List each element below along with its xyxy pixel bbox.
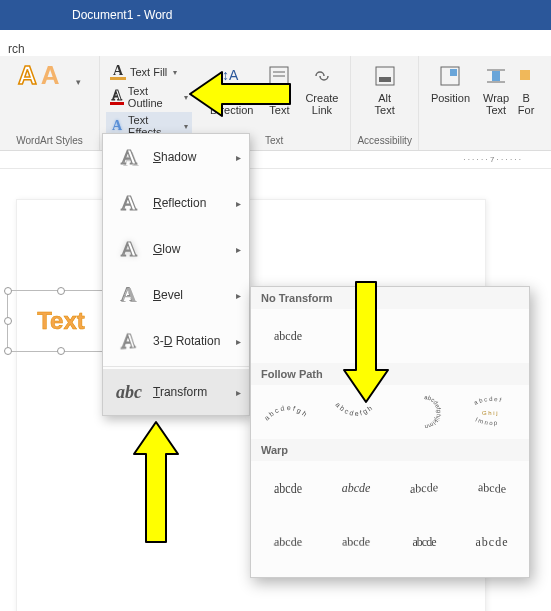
chevron-right-icon: ▸	[236, 336, 241, 347]
annotation-arrow	[186, 66, 296, 126]
resize-handle[interactable]	[57, 347, 65, 355]
svg-marker-18	[190, 72, 290, 116]
fx-label: Transform	[153, 385, 207, 399]
resize-handle[interactable]	[57, 287, 65, 295]
fx-item-glow[interactable]: A Glow ▸	[103, 226, 249, 272]
transform-option-warp-3[interactable]: abcde	[399, 467, 449, 508]
resize-handle[interactable]	[4, 347, 12, 355]
wordart-gallery[interactable]: AA ▾	[6, 60, 93, 91]
group-accessibility: Alt Text Accessibility	[351, 56, 418, 150]
fx-item-reflection[interactable]: A Reflection ▸	[103, 180, 249, 226]
text-fill-button[interactable]: A Text Fill ▾	[106, 62, 192, 82]
transform-option-warp-4[interactable]: abcde	[467, 467, 517, 508]
wordart-textbox[interactable]: Text	[7, 290, 115, 352]
text-outline-icon: A	[110, 89, 124, 105]
tab-fragment: rch	[8, 42, 25, 56]
fx-label: Shadow	[153, 150, 196, 164]
fx-item-shadow[interactable]: A Shadow ▸	[103, 134, 249, 180]
group-label-accessibility: Accessibility	[357, 133, 411, 148]
chevron-right-icon: ▸	[236, 152, 241, 163]
shadow-icon: A	[115, 143, 143, 171]
ruler: · · · · · · 7 · · · · · ·	[0, 151, 551, 169]
gallery-header-warp: Warp	[251, 439, 529, 461]
annotation-arrow	[338, 278, 394, 410]
chevron-down-icon: ▾	[173, 68, 177, 77]
alt-text-icon	[371, 62, 399, 90]
transform-option-none[interactable]: abcde	[263, 317, 313, 355]
fx-label: 3-D Rotation	[153, 334, 220, 348]
svg-rect-4	[376, 67, 394, 85]
svg-text:abcdefghijklmn: abcdefghijklmn	[424, 394, 442, 430]
fx-item-bevel[interactable]: A Bevel ▸	[103, 272, 249, 318]
transform-option-warp-6[interactable]: abcde	[328, 522, 384, 558]
bring-forward-button[interactable]: B For	[516, 60, 536, 118]
chevron-right-icon: ▸	[236, 290, 241, 301]
wordart-text: Text	[37, 307, 85, 335]
create-link-label: Create Link	[305, 92, 338, 116]
wrap-text-label: Wrap Text	[483, 92, 509, 116]
text-outline-button[interactable]: A Text Outline ▾	[106, 83, 192, 111]
svg-text:a b c d e f: a b c d e f	[473, 396, 502, 406]
svg-rect-11	[520, 70, 530, 80]
transform-option-arch-up[interactable]: a b c d e f g h	[263, 393, 313, 431]
transform-option-warp-5[interactable]: abcde	[260, 526, 316, 562]
reflection-icon: A	[115, 189, 143, 217]
svg-text:G h i j: G h i j	[482, 410, 498, 416]
menu-separator	[103, 366, 249, 367]
position-button[interactable]: Position	[425, 60, 476, 118]
document-title: Document1 - Word	[72, 8, 172, 22]
resize-handle[interactable]	[4, 287, 12, 295]
bring-forward-label: B For	[518, 92, 535, 116]
wordart-preview: AA	[6, 60, 76, 91]
group-wordart-styles: AA ▾ WordArt Styles	[0, 56, 100, 150]
position-label: Position	[431, 92, 470, 104]
svg-text:a b c d e f g h: a b c d e f g h	[263, 404, 308, 422]
fx-label: Reflection	[153, 196, 206, 210]
tab-row: rch	[0, 30, 551, 56]
transform-option-warp-8[interactable]: abcde	[467, 523, 517, 561]
svg-rect-8	[492, 71, 500, 81]
transform-option-circle[interactable]: abcdefghijklmn	[399, 393, 449, 431]
transform-icon: abc	[115, 378, 143, 406]
create-link-icon	[308, 62, 336, 90]
rotation-3d-icon: A	[114, 325, 140, 358]
chevron-right-icon: ▸	[236, 198, 241, 209]
create-link-button[interactable]: Create Link	[299, 60, 344, 118]
transform-option-warp-1[interactable]: abcde	[263, 465, 313, 511]
wrap-text-button[interactable]: Wrap Text	[476, 60, 516, 118]
fx-item-transform[interactable]: abc Transform ▸	[103, 369, 249, 415]
svg-rect-5	[379, 77, 391, 82]
transform-option-warp-7[interactable]: abcde	[399, 523, 449, 561]
fx-label: Bevel	[153, 288, 183, 302]
group-label-wordart: WordArt Styles	[6, 133, 93, 148]
text-effects-menu: A Shadow ▸ A Reflection ▸ A Glow ▸ A Bev…	[102, 133, 250, 416]
chevron-right-icon: ▸	[236, 244, 241, 255]
position-icon	[436, 62, 464, 90]
fx-label: Glow	[153, 242, 180, 256]
alt-text-label: Alt Text	[375, 92, 395, 116]
resize-handle[interactable]	[4, 317, 12, 325]
fx-item-3d-rotation[interactable]: A 3-D Rotation ▸	[103, 318, 249, 364]
alt-text-button[interactable]: Alt Text	[357, 60, 411, 118]
glow-icon: A	[115, 235, 143, 263]
text-fill-icon: A	[110, 64, 126, 80]
wrap-text-icon	[482, 62, 510, 90]
transform-option-button[interactable]: a b c d e fG h i jl m n o p	[467, 393, 517, 431]
text-effects-icon: A	[110, 118, 124, 134]
wordart-dropdown-icon[interactable]: ▾	[76, 77, 81, 87]
svg-text:l m n o p: l m n o p	[475, 416, 499, 426]
chevron-right-icon: ▸	[236, 387, 241, 398]
bring-forward-icon	[516, 62, 536, 90]
ruler-mark: · · · · · · 7 · · · · · ·	[463, 155, 521, 164]
group-arrange: Position Wrap Text B For	[419, 56, 542, 150]
text-outline-label: Text Outline	[128, 85, 178, 109]
svg-marker-19	[344, 282, 388, 402]
svg-rect-7	[450, 69, 457, 76]
annotation-arrow	[128, 418, 184, 550]
title-bar: Document1 - Word	[0, 0, 551, 30]
svg-marker-20	[134, 422, 178, 542]
text-fill-label: Text Fill	[130, 66, 167, 78]
transform-option-warp-2[interactable]: abcde	[331, 469, 381, 507]
bevel-icon: A	[115, 281, 143, 309]
